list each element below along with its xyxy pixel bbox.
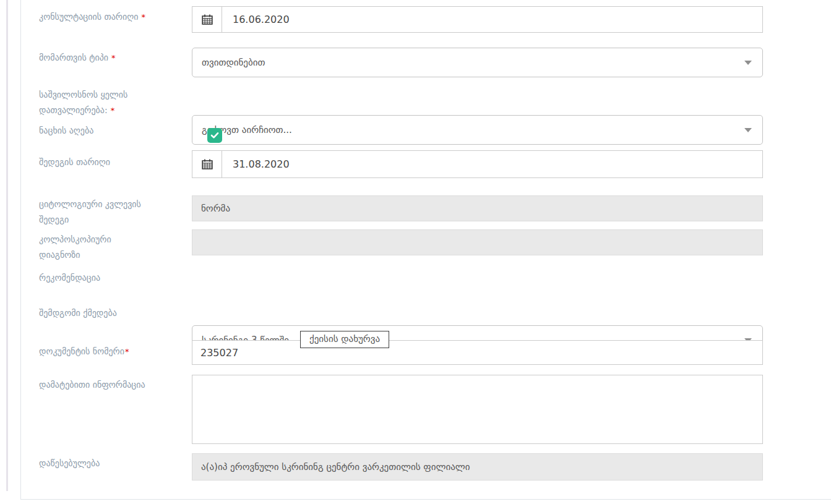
page: კონსულტაციის თარიღი* 16.06.2020 მომართვი… bbox=[0, 0, 831, 504]
smear-taken-checkbox[interactable] bbox=[207, 128, 222, 143]
next-action-tooltip: ქეისის დახურვა bbox=[300, 331, 389, 348]
cytology-result-value: ნორმა bbox=[201, 203, 230, 214]
document-number-input[interactable] bbox=[192, 340, 763, 365]
additional-info-textarea[interactable] bbox=[192, 375, 763, 444]
referral-type-select[interactable]: თვითდინებით bbox=[192, 48, 763, 77]
cytology-result-field: ნორმა bbox=[192, 195, 763, 221]
cervix-inspection-select[interactable]: გთხოვთ აირჩიოთ... bbox=[192, 115, 763, 145]
additional-info-label: დამატებითი ინფორმაცია bbox=[39, 377, 181, 393]
referral-type-label: მომართვის ტიპი* bbox=[39, 50, 181, 66]
result-date-label: შედეგის თარიღი bbox=[39, 155, 181, 170]
cervix-inspection-label: საშვილოსნოს ყელის დათვალიერება:* bbox=[39, 87, 144, 118]
required-marker: * bbox=[125, 347, 129, 356]
document-number-label: დოკუმენტის ნომერი* bbox=[39, 344, 181, 359]
referral-type-value: თვითდინებით bbox=[202, 57, 265, 68]
colposcopy-diagnosis-label: კოლპოსკოპიური დიაგნოზი bbox=[39, 232, 144, 263]
cytology-result-label: ციტოლოგიური კვლევის შედეგი bbox=[39, 197, 144, 228]
chevron-down-icon bbox=[744, 128, 752, 132]
required-marker: * bbox=[111, 106, 115, 115]
smear-taken-label: ნაცხის აღება bbox=[39, 123, 181, 139]
left-edge-divider bbox=[6, 0, 8, 491]
result-date-value[interactable]: 31.08.2020 bbox=[222, 151, 762, 177]
recommendation-label: რეკომენდაცია bbox=[39, 270, 181, 286]
consultation-date-field[interactable]: 16.06.2020 bbox=[192, 6, 763, 33]
check-icon bbox=[210, 132, 219, 139]
required-marker: * bbox=[141, 12, 145, 22]
institution-field: ა(ა)იპ ეროვნული სკრინინგ ცენტრი ვარკეთილ… bbox=[192, 453, 763, 481]
chevron-down-icon bbox=[744, 61, 752, 65]
calendar-icon[interactable] bbox=[192, 151, 222, 177]
consultation-date-label: კონსულტაციის თარიღი* bbox=[39, 9, 181, 25]
institution-value: ა(ა)იპ ეროვნული სკრინინგ ცენტრი ვარკეთილ… bbox=[201, 461, 470, 472]
next-action-label: შემდგომი ქმედება bbox=[39, 305, 181, 321]
institution-label: დაწესებულება bbox=[39, 456, 181, 471]
colposcopy-diagnosis-field bbox=[192, 229, 763, 255]
required-marker: * bbox=[111, 53, 116, 62]
calendar-icon[interactable] bbox=[192, 7, 222, 32]
consultation-date-value[interactable]: 16.06.2020 bbox=[222, 7, 762, 32]
result-date-field[interactable]: 31.08.2020 bbox=[192, 150, 763, 178]
